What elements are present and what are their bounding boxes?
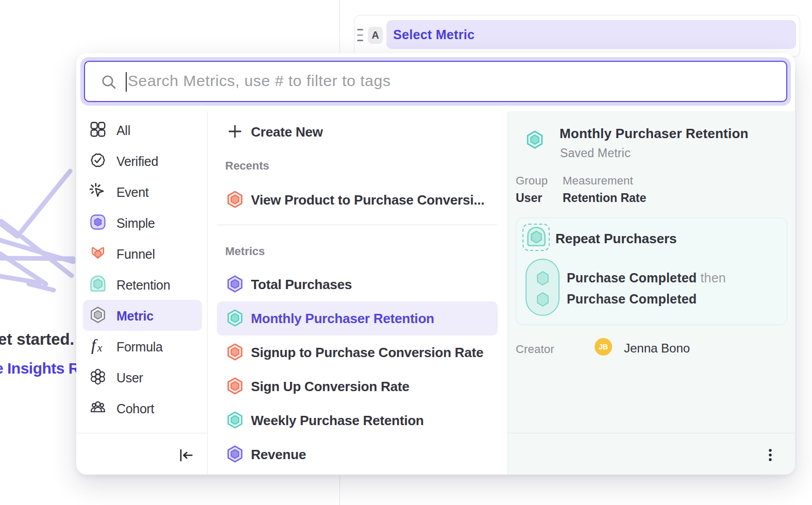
svg-text:x: x xyxy=(97,342,103,354)
